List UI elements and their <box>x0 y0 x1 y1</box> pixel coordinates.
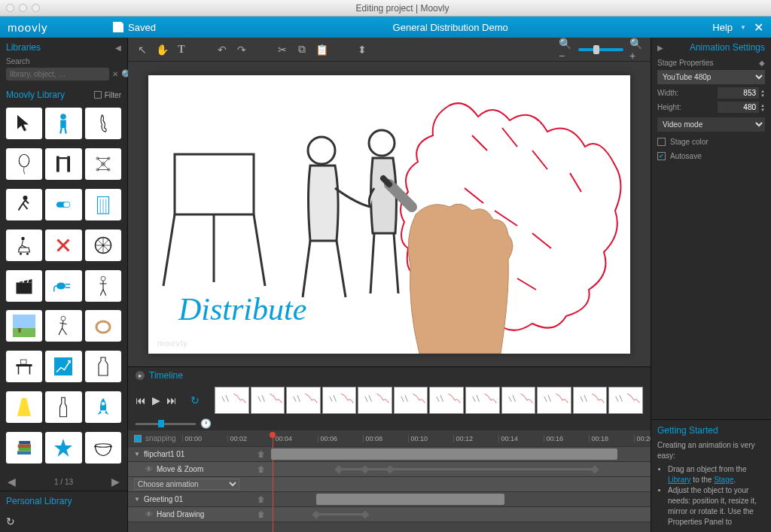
keyframe[interactable] <box>361 510 369 518</box>
timeline-thumb[interactable] <box>358 387 392 414</box>
rewind-button[interactable]: ⏮ <box>136 394 146 406</box>
timeline-thumb[interactable] <box>322 387 357 414</box>
zoom-in-icon[interactable]: 🔍+ <box>629 43 643 56</box>
track-lane[interactable] <box>271 492 651 506</box>
keyframe[interactable] <box>334 465 343 473</box>
paste-icon[interactable]: 📋 <box>315 43 328 56</box>
library-item-person-figure[interactable] <box>45 108 81 139</box>
align-icon[interactable]: ⬍ <box>355 43 369 56</box>
height-stepper[interactable]: ▲▼ <box>760 103 765 112</box>
stage-canvas[interactable]: Distribute moovly <box>148 75 630 354</box>
library-item-desk[interactable] <box>6 351 42 382</box>
keyframe[interactable] <box>590 465 599 473</box>
timeline-thumb[interactable] <box>465 387 500 414</box>
library-item-wheel[interactable] <box>85 230 121 261</box>
timeline-thumb[interactable] <box>537 387 571 414</box>
zoom-out-icon[interactable]: 🔍− <box>559 43 572 56</box>
filter-toggle[interactable]: Filter <box>94 91 121 99</box>
zoom-slider[interactable] <box>578 48 623 51</box>
maximize-window-button[interactable] <box>32 4 40 12</box>
track-lane[interactable] <box>271 507 651 521</box>
library-item-milk-bottle[interactable] <box>85 351 121 382</box>
fast-forward-button[interactable]: ⏭ <box>166 394 177 406</box>
cut-icon[interactable]: ✂ <box>276 43 289 56</box>
library-next-button[interactable]: ▶ <box>111 476 120 488</box>
track-lane[interactable] <box>271 447 651 461</box>
ruler-ticks[interactable]: 00:0000:0200:0400:0600:0800:1000:1200:14… <box>182 435 651 442</box>
track-label[interactable]: ▼Greeting 01🗑 <box>128 495 271 503</box>
timeline-collapse-icon[interactable]: ▸ <box>136 371 145 380</box>
search-input[interactable] <box>6 68 109 81</box>
stage-preset-select[interactable]: YouTube 480p <box>657 70 765 84</box>
clear-search-icon[interactable]: ✕ <box>112 70 118 78</box>
personal-library-title[interactable]: Personal Library <box>0 491 127 511</box>
delete-track-icon[interactable]: 🗑 <box>258 510 265 518</box>
keyframe[interactable] <box>386 465 394 473</box>
library-item-star[interactable] <box>45 432 81 464</box>
collapse-libraries-icon[interactable]: ◀ <box>115 44 121 52</box>
library-item-walking-man[interactable] <box>45 310 81 342</box>
library-item-x-mark[interactable] <box>45 230 81 261</box>
timeline-thumb[interactable] <box>429 387 464 414</box>
delete-track-icon[interactable]: 🗑 <box>258 495 265 503</box>
stage-color-checkbox[interactable] <box>657 138 666 146</box>
rightpanel-collapse-icon[interactable]: ▶ <box>657 44 663 52</box>
library-item-atomium[interactable] <box>85 148 121 180</box>
library-item-cooking-pot[interactable] <box>85 432 121 464</box>
timeline-thumb[interactable] <box>215 387 249 414</box>
height-input[interactable] <box>718 102 759 113</box>
library-item-park-scene[interactable] <box>6 310 42 342</box>
gs-stage-link[interactable]: Stage <box>714 476 733 484</box>
track-label[interactable]: ▼flipchart1 01🗑 <box>128 450 271 458</box>
width-input[interactable] <box>718 87 759 99</box>
keyframe[interactable] <box>312 510 320 518</box>
library-item-pill[interactable] <box>45 189 81 220</box>
library-item-office-building[interactable] <box>85 189 121 220</box>
save-icon[interactable] <box>113 22 123 32</box>
track-label[interactable]: 👁Hand Drawing🗑 <box>128 510 271 518</box>
library-item-runner[interactable] <box>6 189 42 220</box>
library-item-plug[interactable] <box>45 270 81 302</box>
library-item-standing-man[interactable] <box>85 270 121 302</box>
stage-properties-expand-icon[interactable]: ◆ <box>759 59 765 67</box>
help-link[interactable]: Help <box>712 22 733 33</box>
redo-icon[interactable]: ↷ <box>235 43 248 56</box>
gs-library-link[interactable]: Library <box>668 476 691 484</box>
library-item-book-stack[interactable] <box>6 432 42 464</box>
timeline-thumb[interactable] <box>573 387 608 414</box>
pointer-tool-icon[interactable]: ↖ <box>136 43 149 56</box>
library-prev-button[interactable]: ◀ <box>8 476 16 488</box>
close-window-button[interactable] <box>6 4 14 12</box>
hand-tool-icon[interactable]: ✋ <box>155 43 169 56</box>
library-item-spotlight[interactable] <box>6 391 42 423</box>
undo-icon[interactable]: ↶ <box>215 43 229 56</box>
play-button[interactable]: ▶ <box>152 394 160 406</box>
width-stepper[interactable]: ▲▼ <box>760 89 765 98</box>
video-mode-select[interactable]: Video mode <box>657 117 765 132</box>
timeline-clip[interactable] <box>316 494 504 505</box>
timeline-thumb[interactable] <box>286 387 321 414</box>
timeline-thumbnails[interactable] <box>215 387 643 414</box>
timeline-thumb[interactable] <box>501 387 536 414</box>
track-label[interactable]: 👁Move & Zoom🗑 <box>128 465 271 473</box>
choose-animation-select[interactable]: Choose animation <box>134 479 239 490</box>
text-tool-icon[interactable]: T <box>175 43 188 56</box>
delete-track-icon[interactable]: 🗑 <box>258 465 265 473</box>
library-item-wine-bottle[interactable] <box>45 391 81 423</box>
keyframe[interactable] <box>361 465 369 473</box>
timeline-thumb[interactable] <box>394 387 428 414</box>
minimize-window-button[interactable] <box>19 4 27 12</box>
library-item-chart-up[interactable] <box>45 351 81 382</box>
library-item-ring[interactable] <box>85 310 121 342</box>
timeline-clip[interactable] <box>271 448 617 460</box>
loop-button[interactable]: ↻ <box>190 394 200 406</box>
timeline-scrub-slider[interactable] <box>136 423 196 425</box>
library-item-rocket[interactable] <box>85 391 121 423</box>
delete-track-icon[interactable]: 🗑 <box>258 450 265 458</box>
refresh-icon[interactable]: ↻ <box>6 515 15 527</box>
copy-icon[interactable]: ⧉ <box>295 43 309 56</box>
library-item-italy-map[interactable] <box>85 108 121 139</box>
library-item-dumbbell[interactable] <box>45 148 81 180</box>
timeline-thumb[interactable] <box>251 387 285 414</box>
library-item-shopping-cart[interactable] <box>6 230 42 261</box>
